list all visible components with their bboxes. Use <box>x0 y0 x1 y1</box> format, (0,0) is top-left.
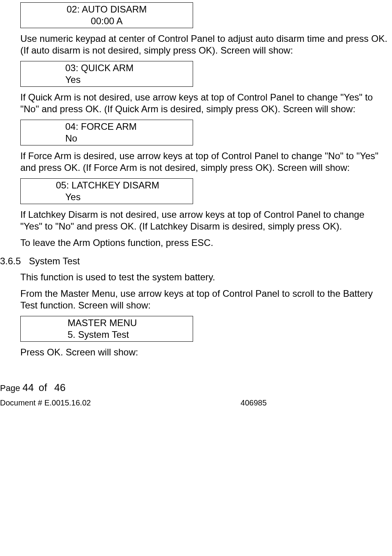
paragraph: If Force Arm is desired, use arrow keys … <box>20 150 388 174</box>
lcd-line: No <box>21 133 193 144</box>
paragraph: If Quick Arm is not desired, use arrow k… <box>20 91 388 115</box>
lcd-screen-05: 05: LATCHKEY DISARM Yes <box>20 178 193 204</box>
document-id: Document # E.0015.16.02 <box>0 398 238 407</box>
lcd-line: MASTER MENU <box>21 317 193 329</box>
paragraph: Use numeric keypad at center of Control … <box>20 33 388 56</box>
document-number: 406985 <box>241 398 267 407</box>
document-info: Document # E.0015.16.02 406985 <box>0 398 392 407</box>
paragraph: From the Master Menu, use arrow keys at … <box>20 288 388 311</box>
paragraph: To leave the Arm Options function, press… <box>20 237 388 249</box>
section-heading: 3.6.5System Test <box>0 256 388 267</box>
lcd-line: 03: QUICK ARM <box>21 62 193 74</box>
lcd-line: 00:00 A <box>21 15 193 27</box>
page-label: Page <box>0 383 20 393</box>
page-current: 44 <box>23 382 34 393</box>
page-of: of <box>39 382 47 393</box>
paragraph: If Latchkey Disarm is not desired, use a… <box>20 209 388 232</box>
lcd-line: 02: AUTO DISARM <box>21 4 193 15</box>
paragraph: Press OK. Screen will show: <box>20 346 388 358</box>
lcd-line: 05: LATCHKEY DISARM <box>21 179 193 191</box>
lcd-screen-master: MASTER MENU 5. System Test <box>20 316 193 342</box>
lcd-screen-02: 02: AUTO DISARM 00:00 A <box>20 2 193 28</box>
lcd-line: 04: FORCE ARM <box>21 121 193 133</box>
section-title: System Test <box>29 256 80 266</box>
lcd-screen-04: 04: FORCE ARM No <box>20 120 193 145</box>
section-number: 3.6.5 <box>0 256 29 267</box>
paragraph: This function is used to test the system… <box>20 271 388 283</box>
page-total: 46 <box>54 382 66 393</box>
lcd-screen-03: 03: QUICK ARM Yes <box>20 61 193 87</box>
lcd-line: Yes <box>21 191 193 203</box>
lcd-line: Yes <box>21 74 193 86</box>
page-indicator: Page 44 of 46 <box>0 382 392 394</box>
lcd-line: 5. System Test <box>21 329 193 341</box>
